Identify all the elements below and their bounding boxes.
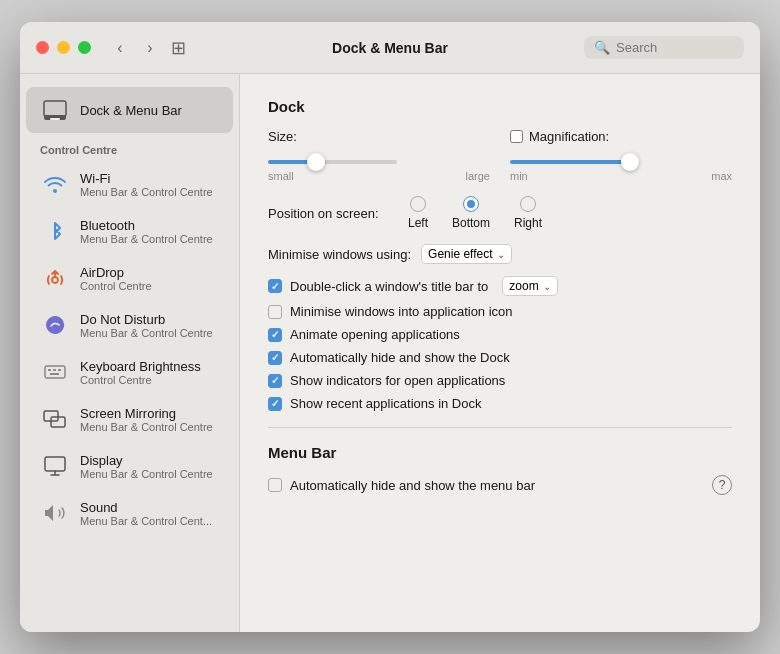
dock-menu-bar-icon xyxy=(40,95,70,125)
airdrop-icon xyxy=(40,263,70,293)
nav-buttons: ‹ › xyxy=(107,35,163,61)
svg-rect-2 xyxy=(50,118,60,120)
animate-checkbox[interactable] xyxy=(268,328,282,342)
minimise-icon-checkbox[interactable] xyxy=(268,305,282,319)
wifi-icon xyxy=(40,169,70,199)
content: Dock & Menu Bar Control Centre Wi-Fi Men… xyxy=(20,74,760,632)
position-row: Position on screen: Left Bottom Right xyxy=(268,196,732,230)
sidebar-bluetooth-text: Bluetooth Menu Bar & Control Centre xyxy=(80,218,213,245)
animate-label: Animate opening applications xyxy=(290,327,460,342)
position-label: Position on screen: xyxy=(268,206,388,221)
sidebar-item-sound[interactable]: Sound Menu Bar & Control Cent... xyxy=(26,490,233,536)
double-click-effect-select[interactable]: zoom ⌄ xyxy=(502,276,557,296)
magnification-slider[interactable] xyxy=(510,160,639,164)
indicators-label: Show indicators for open applications xyxy=(290,373,505,388)
sidebar-bluetooth-label: Bluetooth xyxy=(80,218,213,233)
svg-rect-6 xyxy=(53,369,56,371)
sidebar-item-wifi[interactable]: Wi-Fi Menu Bar & Control Centre xyxy=(26,161,233,207)
sidebar-item-bluetooth[interactable]: Bluetooth Menu Bar & Control Centre xyxy=(26,208,233,254)
magnification-checkbox[interactable] xyxy=(510,130,523,143)
mag-max-label: max xyxy=(711,170,732,182)
sound-icon xyxy=(40,498,70,528)
double-click-checkbox[interactable] xyxy=(268,279,282,293)
sidebar-display-label: Display xyxy=(80,453,213,468)
sidebar-sound-sublabel: Menu Bar & Control Cent... xyxy=(80,515,212,527)
search-bar[interactable]: 🔍 xyxy=(584,36,744,59)
sidebar-bluetooth-sublabel: Menu Bar & Control Centre xyxy=(80,233,213,245)
sidebar-item-dnd[interactable]: Do Not Disturb Menu Bar & Control Centre xyxy=(26,302,233,348)
grid-icon[interactable]: ⊞ xyxy=(171,37,186,59)
minimise-row: Minimise windows using: Genie effect ⌄ xyxy=(268,244,732,264)
svg-rect-4 xyxy=(45,366,65,378)
magnification-label: Magnification: xyxy=(529,129,609,144)
screen-mirroring-icon xyxy=(40,404,70,434)
checkbox-minimise-icon: Minimise windows into application icon xyxy=(268,304,732,319)
checkbox-animate: Animate opening applications xyxy=(268,327,732,342)
recent-apps-label: Show recent applications in Dock xyxy=(290,396,482,411)
minimize-button[interactable] xyxy=(57,41,70,54)
maximize-button[interactable] xyxy=(78,41,91,54)
titlebar: ‹ › ⊞ Dock & Menu Bar 🔍 xyxy=(20,22,760,74)
sidebar-item-dock-menu-bar[interactable]: Dock & Menu Bar xyxy=(26,87,233,133)
auto-hide-menu-checkbox[interactable] xyxy=(268,478,282,492)
size-small-label: small xyxy=(268,170,294,182)
radio-bottom-circle xyxy=(463,196,479,212)
search-icon: 🔍 xyxy=(594,40,610,55)
sidebar-display-text: Display Menu Bar & Control Centre xyxy=(80,453,213,480)
indicators-checkbox[interactable] xyxy=(268,374,282,388)
sidebar-dock-text: Dock & Menu Bar xyxy=(80,103,182,118)
sidebar-item-keyboard-brightness[interactable]: Keyboard Brightness Control Centre xyxy=(26,349,233,395)
double-click-label: Double-click a window's title bar to xyxy=(290,279,488,294)
display-icon xyxy=(40,451,70,481)
sidebar-airdrop-text: AirDrop Control Centre xyxy=(80,265,152,292)
radio-group: Left Bottom Right xyxy=(408,196,542,230)
dock-section-title: Dock xyxy=(268,98,732,115)
recent-apps-checkbox[interactable] xyxy=(268,397,282,411)
window-title: Dock & Menu Bar xyxy=(332,40,448,56)
traffic-lights xyxy=(36,41,91,54)
size-large-label: large xyxy=(466,170,490,182)
double-click-effect-value: zoom xyxy=(509,279,538,293)
sidebar-airdrop-label: AirDrop xyxy=(80,265,152,280)
bluetooth-icon xyxy=(40,216,70,246)
size-slider[interactable] xyxy=(268,160,397,164)
double-click-select-arrow: ⌄ xyxy=(543,281,551,292)
sidebar-item-screen-mirroring[interactable]: Screen Mirroring Menu Bar & Control Cent… xyxy=(26,396,233,442)
svg-rect-7 xyxy=(58,369,61,371)
search-input[interactable] xyxy=(616,40,734,55)
menu-bar-row: Automatically hide and show the menu bar… xyxy=(268,475,732,495)
minimise-effect-value: Genie effect xyxy=(428,247,493,261)
menu-bar-section: Menu Bar Automatically hide and show the… xyxy=(268,444,732,495)
sidebar-wifi-text: Wi-Fi Menu Bar & Control Centre xyxy=(80,171,213,198)
back-button[interactable]: ‹ xyxy=(107,35,133,61)
help-button[interactable]: ? xyxy=(712,475,732,495)
svg-rect-5 xyxy=(48,369,51,371)
checkbox-double-click: Double-click a window's title bar to zoo… xyxy=(268,276,732,296)
sidebar-dnd-text: Do Not Disturb Menu Bar & Control Centre xyxy=(80,312,213,339)
radio-right-label: Right xyxy=(514,216,542,230)
position-left[interactable]: Left xyxy=(408,196,428,230)
sidebar-dnd-label: Do Not Disturb xyxy=(80,312,213,327)
size-mag-row: Size: small large Magnification: mi xyxy=(268,129,732,182)
radio-bottom-label: Bottom xyxy=(452,216,490,230)
mag-slider-labels: min max xyxy=(510,170,732,182)
forward-button[interactable]: › xyxy=(137,35,163,61)
sidebar-wifi-label: Wi-Fi xyxy=(80,171,213,186)
close-button[interactable] xyxy=(36,41,49,54)
sidebar-mirror-text: Screen Mirroring Menu Bar & Control Cent… xyxy=(80,406,213,433)
sidebar-wifi-sublabel: Menu Bar & Control Centre xyxy=(80,186,213,198)
auto-hide-dock-label: Automatically hide and show the Dock xyxy=(290,350,510,365)
position-right[interactable]: Right xyxy=(514,196,542,230)
sidebar-sound-text: Sound Menu Bar & Control Cent... xyxy=(80,500,212,527)
keyboard-brightness-icon xyxy=(40,357,70,387)
svg-rect-11 xyxy=(45,457,65,471)
sidebar-dnd-sublabel: Menu Bar & Control Centre xyxy=(80,327,213,339)
sidebar: Dock & Menu Bar Control Centre Wi-Fi Men… xyxy=(20,74,240,632)
minimise-effect-select[interactable]: Genie effect ⌄ xyxy=(421,244,512,264)
sidebar-item-airdrop[interactable]: AirDrop Control Centre xyxy=(26,255,233,301)
auto-hide-dock-checkbox[interactable] xyxy=(268,351,282,365)
position-bottom[interactable]: Bottom xyxy=(452,196,490,230)
sidebar-item-display[interactable]: Display Menu Bar & Control Centre xyxy=(26,443,233,489)
sidebar-display-sublabel: Menu Bar & Control Centre xyxy=(80,468,213,480)
minimise-label: Minimise windows using: xyxy=(268,247,411,262)
